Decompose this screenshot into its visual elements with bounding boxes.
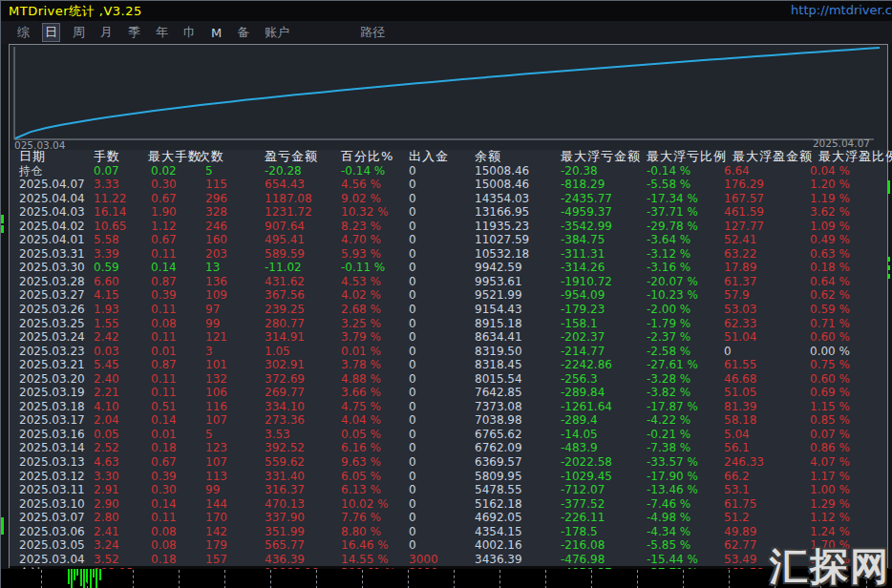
column-header[interactable]: 日期 xyxy=(19,150,46,164)
grid-line xyxy=(270,570,271,588)
table-row[interactable]: 2025.03.053.240.08179565.7716.46 %04002.… xyxy=(10,538,887,553)
table-cell: 持仓 xyxy=(19,164,42,178)
table-cell: -214.77 xyxy=(561,345,605,359)
table-cell: -20.07 % xyxy=(647,275,698,289)
table-row[interactable]: 2025.04.0411.220.672961187.089.02 %01435… xyxy=(10,192,887,206)
column-header[interactable]: 最大浮盈比例 xyxy=(818,150,892,164)
menu-item-9[interactable]: 账户 xyxy=(262,23,292,42)
table-cell: 2025.04.01 xyxy=(19,233,85,247)
table-cell: 99 xyxy=(205,483,220,497)
table-cell: 2.41 xyxy=(94,525,119,539)
table-cell: -33.57 % xyxy=(647,455,698,470)
table-cell: 316.37 xyxy=(265,483,305,497)
table-row[interactable]: 2025.03.192.210.11106269.773.66 %07642.8… xyxy=(10,386,887,400)
table-cell: 123 xyxy=(205,441,227,455)
table-cell: 0.00 % xyxy=(810,345,850,359)
table-row[interactable]: 2025.03.062.410.08142351.998.80 %04354.1… xyxy=(10,525,887,539)
menu-item-1[interactable]: 日 xyxy=(42,23,60,42)
table-cell: 9154.43 xyxy=(475,303,522,317)
table-row[interactable]: 2025.03.242.420.11121314.913.79 %08634.4… xyxy=(10,330,887,345)
table-cell: 0.39 xyxy=(151,470,177,484)
table-cell: -27.61 % xyxy=(647,358,698,372)
table-cell: 113 xyxy=(205,470,227,484)
table-row[interactable]: 2025.03.112.910.3099316.376.13 %05478.55… xyxy=(10,483,887,497)
menu-item-8[interactable]: 备 xyxy=(234,23,252,42)
table-cell: 97 xyxy=(205,303,220,317)
table-row[interactable]: 2025.03.184.100.51116334.104.75 %07373.0… xyxy=(10,400,887,414)
menu-item-4[interactable]: 季 xyxy=(125,23,143,42)
table-row[interactable]: 2025.04.015.580.67160495.414.70 %011027.… xyxy=(10,233,887,247)
table-row[interactable]: 2025.03.172.040.14107273.364.04 %07038.9… xyxy=(10,413,887,428)
table-row[interactable]: 2025.03.160.050.0153.530.05 %06765.62-14… xyxy=(10,428,887,442)
table-row[interactable]: 2025.03.286.600.87136431.624.53 %09953.6… xyxy=(10,275,887,289)
table-cell: -216.08 xyxy=(561,538,605,553)
table-row[interactable]: 2025.03.043.520.18157436.3914.55 %300034… xyxy=(10,553,887,567)
table-cell: -20.28 xyxy=(265,164,302,178)
app-url-link[interactable]: http://mtdriver.c xyxy=(791,3,892,17)
table-cell: 0.60 % xyxy=(810,330,850,345)
column-header[interactable]: 最大浮亏金额 xyxy=(561,150,641,164)
column-header[interactable]: 余额 xyxy=(475,150,501,164)
table-cell: -13.46 % xyxy=(647,483,698,497)
table-cell: -29.78 % xyxy=(647,220,698,234)
table-cell: -5.85 % xyxy=(647,538,690,553)
table-row[interactable]: 2025.03.142.520.18123392.526.16 %06762.0… xyxy=(10,441,887,455)
table-row[interactable]: 2025.04.0210.651.12246907.648.23 %011935… xyxy=(10,220,887,234)
menu-item-0[interactable]: 综 xyxy=(14,23,32,42)
table-row[interactable]: 持仓0.070.025-20.28-0.14 %015008.46-20.38-… xyxy=(10,164,887,178)
table-cell: -2.37 % xyxy=(647,330,690,345)
table-cell: 0.30 xyxy=(151,483,177,497)
table-row[interactable]: 2025.03.274.150.39109367.564.02 %09521.9… xyxy=(10,288,887,303)
column-header[interactable]: 盈亏金额 xyxy=(265,150,318,164)
column-header[interactable]: 出入金 xyxy=(409,150,449,164)
table-row[interactable]: 2025.03.300.590.1413-11.02-0.11 %09942.5… xyxy=(10,261,887,275)
menu-item-2[interactable]: 周 xyxy=(70,23,88,42)
table-row[interactable]: 2025.03.072.800.11170337.907.76 %04692.0… xyxy=(10,511,887,525)
table-cell: -1910.72 xyxy=(561,275,612,289)
column-header[interactable]: 百分比% xyxy=(341,150,393,164)
table-cell: 0.02 xyxy=(151,164,177,178)
table-cell: 2.21 xyxy=(94,386,119,400)
table-cell: 3.66 % xyxy=(341,386,381,400)
menu-item-6[interactable]: 巾 xyxy=(181,23,199,42)
column-header[interactable]: 最大浮亏比例 xyxy=(647,150,727,164)
column-header[interactable]: 次数 xyxy=(198,150,224,164)
table-cell: 392.52 xyxy=(265,441,305,455)
watermark: 汇探网 xyxy=(770,540,890,588)
table-row[interactable]: 2025.04.073.330.30115654.434.56 %015008.… xyxy=(10,178,887,192)
table-row[interactable]: 2025.03.251.550.0899280.773.25 %08915.18… xyxy=(10,317,887,331)
table-cell: 2.90 xyxy=(94,497,119,512)
table-row[interactable]: 2025.03.215.450.87101302.913.78 %08318.4… xyxy=(10,358,887,372)
table-cell: 63.22 xyxy=(724,247,756,262)
table-row[interactable]: 2025.03.230.030.0131.050.01 %08319.50-21… xyxy=(10,345,887,359)
menu-item-7[interactable]: M xyxy=(208,25,224,41)
table-cell: 5162.18 xyxy=(475,497,522,512)
table-cell: 53.03 xyxy=(724,303,756,317)
left-edge-marker xyxy=(1,215,4,223)
table-cell: 2.40 xyxy=(94,372,119,387)
table-row[interactable]: 2025.03.313.390.11203589.595.93 %010532.… xyxy=(10,247,887,262)
table-cell: 2025.03.11 xyxy=(19,483,85,497)
table-row[interactable]: 2025.03.134.630.67107559.629.63 %06369.5… xyxy=(10,455,887,470)
column-header[interactable]: 手数 xyxy=(94,150,120,164)
column-header[interactable]: 最大手数 xyxy=(148,150,202,164)
table-cell: -712.07 xyxy=(561,483,605,497)
table-cell: 51.04 xyxy=(724,330,756,345)
menu-item-3[interactable]: 月 xyxy=(97,23,116,42)
table-row[interactable]: 2025.03.202.400.11132372.694.88 %08015.5… xyxy=(10,372,887,387)
table-cell: 0.11 xyxy=(151,386,177,400)
table-row[interactable]: 2025.03.123.300.39113331.406.05 %05809.9… xyxy=(10,470,887,484)
table-row[interactable]: 2025.04.0316.141.903281231.7210.32 %0131… xyxy=(10,205,887,220)
menu-item-5[interactable]: 年 xyxy=(153,23,171,42)
table-cell: 7642.85 xyxy=(475,386,522,400)
table-cell: 5.45 xyxy=(94,358,119,372)
table-cell: 106 xyxy=(205,386,227,400)
table-cell: 0 xyxy=(409,330,416,345)
table-cell: 2025.03.31 xyxy=(19,247,85,262)
table-row[interactable]: 2025.03.261.930.1197239.252.68 %09154.43… xyxy=(10,303,887,317)
table-header-row: 日期手数最大手数次数盈亏金额百分比%出入金余额最大浮亏金额最大浮亏比例最大浮盈金… xyxy=(10,150,887,164)
column-header[interactable]: 最大浮盈金额 xyxy=(733,150,813,164)
table-cell: -14.05 xyxy=(561,428,598,442)
menu-item-10[interactable]: 路径 xyxy=(357,23,388,42)
table-row[interactable]: 2025.03.102.900.14144470.1310.02 %05162.… xyxy=(10,497,887,512)
